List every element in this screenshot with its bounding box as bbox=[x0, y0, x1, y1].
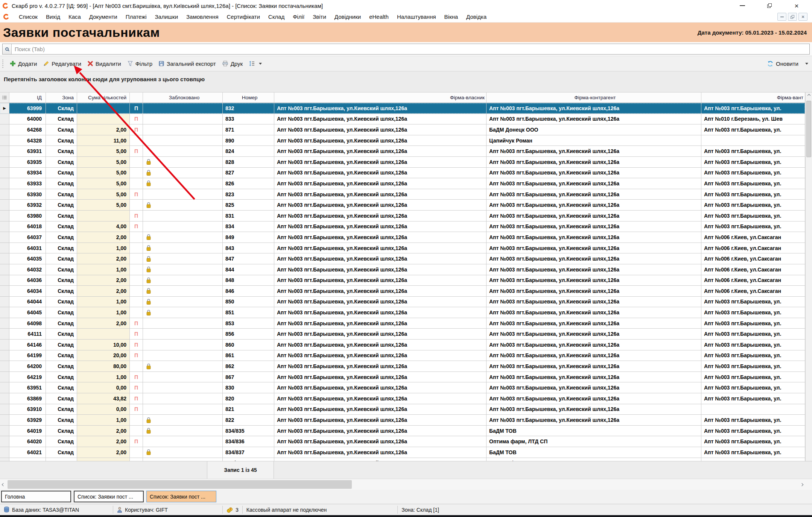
menu-item-5[interactable]: Залишки bbox=[151, 12, 182, 21]
column-header-id[interactable]: ІД bbox=[9, 92, 46, 103]
table-row[interactable]: 64000СкладП833Апт №003 пгт.Барышевка, ул… bbox=[0, 114, 805, 125]
table-row[interactable]: 63929Склад1,00822Апт №003 пгт.Барышевка,… bbox=[0, 415, 805, 426]
table-row[interactable]: 64268Склад2,00П871Апт №003 пгт.Барышевка… bbox=[0, 124, 805, 135]
delete-button[interactable]: Видалити bbox=[84, 59, 124, 69]
table-row[interactable]: 63934Склад5,00827Апт №003 пгт.Барышевка,… bbox=[0, 168, 805, 179]
table-row[interactable]: 63910Склад0,00П821Апт №003 пгт.Барышевка… bbox=[0, 404, 805, 415]
scroll-left-icon[interactable] bbox=[0, 479, 7, 490]
menu-item-2[interactable]: Каса bbox=[64, 12, 85, 21]
cell-p-flag: П bbox=[130, 221, 143, 232]
menu-item-6[interactable]: Замовлення bbox=[182, 12, 222, 21]
filter-button[interactable]: Фільтр bbox=[124, 59, 155, 69]
cell-zone: Склад bbox=[46, 103, 77, 114]
table-row[interactable]: 64037Склад2,00849Апт №003 пгт.Барышевка,… bbox=[0, 232, 805, 243]
table-row[interactable]: ▶63999СкладП832Апт №003 пгт.Барышевка, у… bbox=[0, 103, 805, 114]
cell-id: 64022 bbox=[9, 458, 46, 461]
column-header-consignee-firm[interactable]: Фірма-вант bbox=[701, 92, 805, 103]
table-row[interactable]: 64200Склад80,00862Апт №003 пгт.Барышевка… bbox=[0, 361, 805, 372]
table-row[interactable]: 64020Склад2,00П834/836Апт №003 пгт.Барыш… bbox=[0, 436, 805, 447]
menu-item-10[interactable]: Звіти bbox=[309, 12, 330, 21]
menu-item-12[interactable]: eHealth bbox=[365, 12, 393, 21]
column-header-zone[interactable]: Зона bbox=[46, 92, 77, 103]
scroll-right-icon[interactable] bbox=[798, 479, 805, 490]
restore-button[interactable] bbox=[765, 2, 774, 10]
horizontal-scrollbar[interactable] bbox=[0, 479, 812, 490]
table-row[interactable]: 63951Склад0,00П830Апт №003 пгт.Барышевка… bbox=[0, 382, 805, 393]
search-input[interactable] bbox=[12, 46, 809, 52]
menu-item-1[interactable]: Вихід bbox=[42, 12, 64, 21]
table-row[interactable]: 64018Склад4,00П834Апт №003 пгт.Барышевка… bbox=[0, 221, 805, 232]
table-row[interactable]: 64045Склад1,00851Апт №003 пгт.Барышевка,… bbox=[0, 307, 805, 318]
table-row[interactable]: 64035Склад2,00847Апт №003 пгт.Барышевка,… bbox=[0, 253, 805, 264]
grid-corner-icon[interactable] bbox=[0, 92, 9, 103]
refresh-button[interactable]: Оновити bbox=[764, 59, 801, 69]
cell-zone: Склад bbox=[46, 211, 77, 221]
table-row[interactable]: 64219Склад1,00П867Апт №003 пгт.Барышевка… bbox=[0, 372, 805, 383]
tab-home[interactable]: Головна bbox=[1, 491, 71, 502]
row-indicator bbox=[0, 318, 9, 329]
table-row[interactable]: 64146Склад10,00П860Апт №003 пгт.Барышевк… bbox=[0, 340, 805, 350]
row-indicator bbox=[0, 264, 9, 275]
vertical-scrollbar[interactable] bbox=[805, 92, 812, 479]
vertical-scrollbar-thumb[interactable] bbox=[806, 101, 811, 157]
cell-blocked bbox=[143, 253, 223, 264]
add-button[interactable]: Додати bbox=[7, 59, 40, 69]
column-header-blocked[interactable]: Заблоковано bbox=[143, 92, 223, 103]
group-by-panel[interactable]: Перетягніть заголовок колонки сюди для у… bbox=[0, 71, 812, 92]
toolbar-overflow-caret-icon[interactable] bbox=[805, 63, 808, 65]
column-header-qty-sum[interactable]: Сума кількостей bbox=[77, 92, 130, 103]
cell-id: 63929 bbox=[9, 415, 46, 425]
scroll-up-icon[interactable] bbox=[806, 94, 812, 97]
tab-list-1[interactable]: Список: Заявки пост ... bbox=[74, 491, 144, 502]
cell-zone: Склад bbox=[46, 350, 77, 361]
table-row[interactable]: 64021Склад2,00834/837Апт №003 пгт.Барыше… bbox=[0, 447, 805, 458]
menu-item-4[interactable]: Платежі bbox=[122, 12, 151, 21]
export-button[interactable]: Загальний експорт bbox=[155, 59, 219, 69]
tab-list-2-active[interactable]: Список: Заявки пост ... bbox=[146, 491, 216, 502]
menu-item-13[interactable]: Налаштування bbox=[393, 12, 440, 21]
table-row[interactable]: 64019Склад2,00834/835Апт №003 пгт.Барыше… bbox=[0, 426, 805, 437]
mdi-restore-button[interactable] bbox=[788, 13, 797, 21]
mdi-close-button[interactable]: × bbox=[798, 13, 807, 21]
menu-item-14[interactable]: Вікна bbox=[440, 12, 462, 21]
menu-item-8[interactable]: Склад bbox=[264, 12, 289, 21]
menu-item-15[interactable]: Довідка bbox=[462, 12, 491, 21]
table-row[interactable]: 63980СкладП831Апт №003 пгт.Барышевка, ул… bbox=[0, 211, 805, 221]
table-row[interactable]: 63933Склад5,00826Апт №003 пгт.Барышевка,… bbox=[0, 178, 805, 189]
table-row[interactable]: 64034Склад2,00846Апт №003 пгт.Барышевка,… bbox=[0, 286, 805, 297]
column-header-owner-firm[interactable]: Фірма-власник bbox=[274, 92, 487, 103]
horizontal-scrollbar-thumb[interactable] bbox=[8, 480, 352, 489]
table-row[interactable]: 64111СкладП856Апт №003 пгт.Барышевка, ул… bbox=[0, 329, 805, 340]
print-button[interactable]: Друк bbox=[219, 59, 246, 69]
column-header-number[interactable]: Номер bbox=[223, 92, 274, 103]
menu-item-9[interactable]: Філії bbox=[289, 12, 309, 21]
table-row[interactable]: 64032Склад1,00844Апт №003 пгт.Барышевка,… bbox=[0, 264, 805, 275]
table-row[interactable]: 63930Склад5,00П823Апт №003 пгт.Барышевка… bbox=[0, 189, 805, 200]
table-row[interactable]: 64022Склад2,00П834/838Апт №003 пгт.Барыш… bbox=[0, 458, 805, 461]
table-row[interactable]: 64098Склад2,00П853Апт №003 пгт.Барышевка… bbox=[0, 318, 805, 329]
toolbar-grip[interactable] bbox=[2, 59, 4, 68]
menu-item-0[interactable]: Список bbox=[15, 12, 42, 21]
table-row[interactable]: 63869Склад43,82П820Апт №003 пгт.Барышевк… bbox=[0, 393, 805, 404]
table-row[interactable]: 64044Склад1,00850Апт №003 пгт.Барышевка,… bbox=[0, 297, 805, 308]
menu-item-3[interactable]: Документи bbox=[85, 12, 122, 21]
table-row[interactable]: 63935Склад5,00828Апт №003 пгт.Барышевка,… bbox=[0, 157, 805, 168]
mdi-minimize-button[interactable] bbox=[777, 13, 786, 21]
column-header-contragent-firm[interactable]: Фірма-контрагент bbox=[487, 92, 701, 103]
minimize-button[interactable] bbox=[737, 2, 747, 10]
table-row[interactable]: 64328Склад11,00890Апт №003 пгт.Барышевка… bbox=[0, 135, 805, 146]
menu-item-7[interactable]: Сертифікати bbox=[223, 12, 264, 21]
row-height-button[interactable] bbox=[246, 59, 265, 68]
close-button[interactable]: × bbox=[792, 2, 801, 10]
table-row[interactable]: 64031Склад1,00843Апт №003 пгт.Барышевка,… bbox=[0, 243, 805, 254]
cell-blocked bbox=[143, 275, 223, 286]
column-header-p[interactable] bbox=[130, 92, 143, 103]
table-row[interactable]: 63932Склад5,00825Апт №003 пгт.Барышевка,… bbox=[0, 200, 805, 211]
table-row[interactable]: 64199Склад20,00П861Апт №003 пгт.Барышевк… bbox=[0, 350, 805, 361]
table-row[interactable]: 64036Склад2,00848Апт №003 пгт.Барышевка,… bbox=[0, 275, 805, 286]
edit-button[interactable]: Редагувати bbox=[40, 59, 84, 69]
cell-number: 871 bbox=[223, 124, 274, 135]
menu-item-11[interactable]: Довідники bbox=[330, 12, 365, 21]
table-row[interactable]: 63931Склад5,00П824Апт №003 пгт.Барышевка… bbox=[0, 146, 805, 157]
cell-contragent: Апт №003 пгт.Барышевка, ул.Киевский шлях… bbox=[487, 415, 701, 425]
